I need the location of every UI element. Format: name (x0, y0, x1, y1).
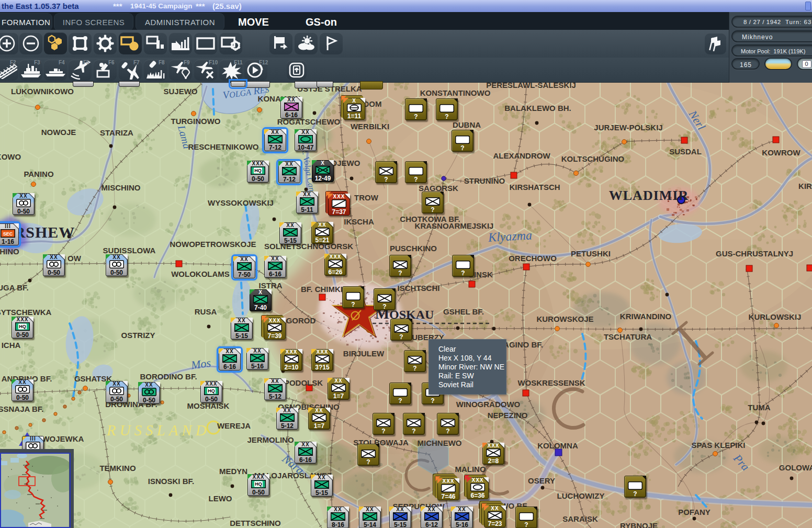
svg-text:HQ: HQ (208, 388, 215, 394)
svg-text:HQ: HQ (255, 481, 262, 487)
svg-text:SEC: SEC (3, 231, 13, 237)
svg-text:HQ: HQ (254, 168, 262, 173)
svg-text:HQ: HQ (19, 324, 26, 329)
